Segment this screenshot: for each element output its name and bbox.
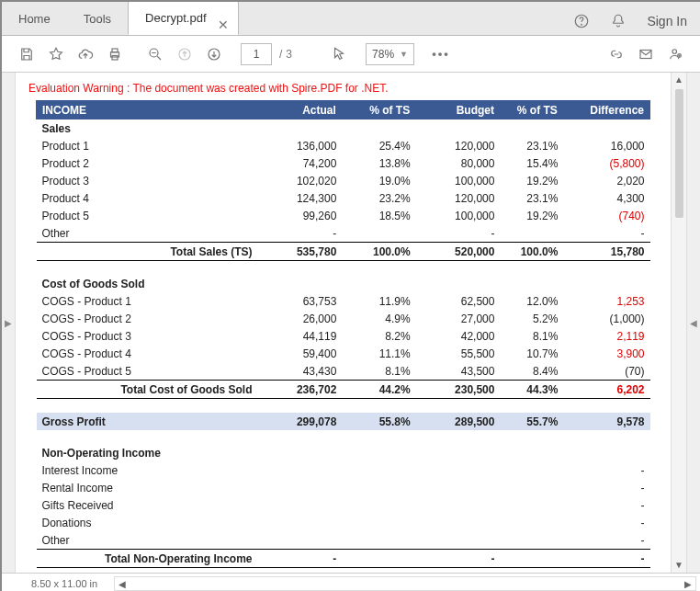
cell: 25.4% xyxy=(342,137,415,154)
scroll-thumb[interactable] xyxy=(675,89,683,218)
page-down-icon[interactable] xyxy=(200,40,228,68)
cell: 11.1% xyxy=(342,345,415,362)
cell: 19.2% xyxy=(500,172,563,189)
spacer-row xyxy=(37,568,650,574)
cell: Product 5 xyxy=(37,207,258,224)
tab-tools[interactable]: Tools xyxy=(67,3,128,35)
cell: 10.7% xyxy=(500,345,563,362)
cell: 4.9% xyxy=(342,310,415,327)
cell: 55,500 xyxy=(416,345,501,362)
document-viewer: ▶ Evaluation Warning : The document was … xyxy=(2,73,700,573)
total-row: Total Non-Operating Income--- xyxy=(37,550,650,568)
cell: 19.0% xyxy=(342,172,415,189)
table-row: Other- xyxy=(37,531,650,550)
cell: 1,253 xyxy=(563,292,649,310)
cell: 23.1% xyxy=(500,189,563,207)
col-pts2: % of TS xyxy=(500,101,563,119)
cell: Product 2 xyxy=(37,154,258,172)
cell: (740) xyxy=(563,207,649,224)
scroll-right-icon[interactable]: ▶ xyxy=(681,579,695,589)
col-budget: Budget xyxy=(416,101,501,119)
cell: COGS - Product 1 xyxy=(37,292,258,310)
cloud-upload-icon[interactable] xyxy=(72,40,99,68)
svg-point-1 xyxy=(581,24,582,25)
col-actual: Actual xyxy=(258,101,343,119)
col-income: INCOME xyxy=(37,101,258,119)
cell: 100,000 xyxy=(416,172,501,189)
cell: 136,000 xyxy=(258,137,343,154)
cell: 42,000 xyxy=(416,327,501,345)
save-icon[interactable] xyxy=(13,40,40,68)
cell: 26,000 xyxy=(258,310,343,327)
cell: 5.2% xyxy=(500,310,563,327)
col-pts: % of TS xyxy=(342,101,415,119)
table-row: Rental Income- xyxy=(37,479,650,496)
tab-bar: Home Tools Decrypt.pdf ✕ Sign In xyxy=(2,2,700,36)
gross-profit-row: Gross Profit299,07855.8%289,50055.7%9,57… xyxy=(37,413,650,430)
cell: 124,300 xyxy=(258,189,343,207)
scroll-left-icon[interactable]: ◀ xyxy=(115,579,130,589)
cell: (5,800) xyxy=(563,154,649,172)
table-row: Product 3 102,02019.0%100,00019.2%2,020 xyxy=(37,172,650,189)
scroll-up-icon[interactable]: ▲ xyxy=(674,73,683,87)
mail-icon[interactable] xyxy=(632,40,660,68)
cell: 18.5% xyxy=(342,207,415,224)
zoom-out-icon[interactable] xyxy=(141,40,169,68)
sign-in-link[interactable]: Sign In xyxy=(647,14,687,28)
table-row: Other--- xyxy=(37,224,650,243)
svg-point-9 xyxy=(672,49,677,53)
cell: 2,119 xyxy=(563,327,649,345)
evaluation-warning: Evaluation Warning : The document was cr… xyxy=(16,73,671,100)
page-separator: / xyxy=(279,48,282,61)
pointer-icon[interactable] xyxy=(325,40,353,68)
page-number-input[interactable] xyxy=(241,43,272,65)
cell: Product 3 xyxy=(37,172,258,189)
left-panel-toggle[interactable]: ▶ xyxy=(2,73,16,573)
cell: 120,000 xyxy=(416,189,501,207)
table-row: Product 2 74,20013.8%80,00015.4%(5,800) xyxy=(37,154,650,172)
cell: 13.8% xyxy=(342,154,415,172)
page-up-icon[interactable] xyxy=(171,40,198,68)
cell: 62,500 xyxy=(416,292,501,310)
scroll-down-icon[interactable]: ▼ xyxy=(674,558,683,573)
status-bar: 8.50 x 11.00 in ◀ ▶ xyxy=(2,573,700,591)
cell: 102,020 xyxy=(258,172,343,189)
table-row: Product 4 124,30023.2%120,00023.1%4,300 xyxy=(37,189,650,207)
help-icon[interactable] xyxy=(568,7,595,35)
account-icon[interactable] xyxy=(661,40,689,68)
cell: 16,000 xyxy=(563,137,649,154)
zoom-select[interactable]: 78% ▼ xyxy=(366,43,414,65)
cell: 2,020 xyxy=(563,172,649,189)
cell: 19.2% xyxy=(500,207,563,224)
col-diff: Difference xyxy=(563,101,649,119)
table-row: COGS - Product 543,4308.1%43,5008.4%(70) xyxy=(37,362,650,381)
total-row: Total Cost of Goods Sold236,70244.2%230,… xyxy=(37,381,650,399)
page-total: 3 xyxy=(286,48,292,61)
horizontal-scrollbar[interactable]: ◀ ▶ xyxy=(114,576,696,591)
table-row: Donations- xyxy=(37,514,650,531)
cell: Product 4 xyxy=(37,189,258,207)
svg-rect-3 xyxy=(112,49,118,52)
tab-document[interactable]: Decrypt.pdf ✕ xyxy=(128,1,238,35)
star-icon[interactable] xyxy=(42,40,70,68)
cell: 59,400 xyxy=(258,345,343,362)
cell: 120,000 xyxy=(416,137,501,154)
cell: COGS - Product 2 xyxy=(37,310,258,327)
tab-home[interactable]: Home xyxy=(2,3,67,35)
bell-icon[interactable] xyxy=(604,7,632,35)
table-row: Interest Income- xyxy=(37,461,650,479)
cell: 100,000 xyxy=(416,207,501,224)
page-dimensions: 8.50 x 11.00 in xyxy=(2,578,114,589)
cell: 27,000 xyxy=(416,310,501,327)
more-icon[interactable]: ••• xyxy=(427,40,455,68)
table-row: COGS - Product 2 26,0004.9%27,0005.2%(1,… xyxy=(37,310,650,327)
close-icon[interactable]: ✕ xyxy=(218,9,229,41)
right-panel-toggle[interactable]: ◀ xyxy=(686,73,700,573)
cell: 15.4% xyxy=(500,154,563,172)
link-icon[interactable] xyxy=(603,40,630,68)
vertical-scrollbar[interactable]: ▲ ▼ xyxy=(671,73,686,573)
spacer-row xyxy=(37,261,650,276)
chevron-down-icon: ▼ xyxy=(400,50,408,59)
print-icon[interactable] xyxy=(101,40,129,68)
cell: COGS - Product 4 xyxy=(37,345,258,362)
